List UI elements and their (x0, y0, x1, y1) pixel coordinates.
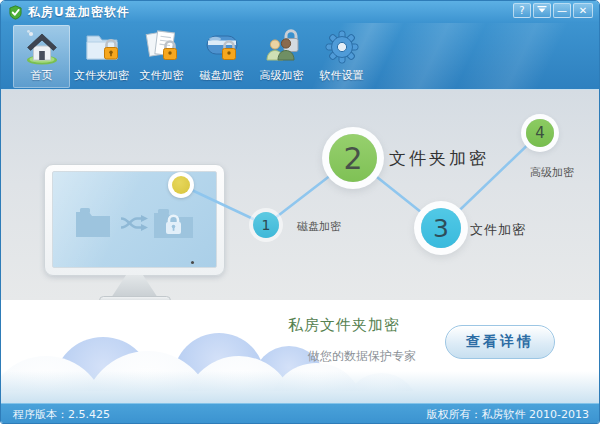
toolbar-item-settings[interactable]: 软件设置 (313, 25, 370, 88)
toolbar-item-file-encrypt[interactable]: 文件加密 (133, 25, 190, 88)
title-bar[interactable]: 私房U盘加密软件 ? — ✕ (1, 1, 600, 23)
file-lock-icon (143, 28, 181, 66)
people-lock-icon (263, 28, 301, 66)
shuffle-arrows-icon (120, 214, 150, 232)
main-toolbar: 首页 文件夹加密 (1, 23, 600, 89)
help-button[interactable]: ? (513, 3, 531, 18)
minimize-button[interactable]: — (553, 3, 571, 18)
toolbar-item-label: 高级加密 (260, 68, 304, 83)
skin-dropdown-icon (537, 5, 547, 14)
screen-dot (191, 261, 194, 264)
step-label-folder-encrypt: 文件夹加密 (389, 147, 489, 170)
status-bar: 程序版本：2.5.425 版权所有：私房软件 2010-2013 (1, 403, 600, 424)
toolbar-item-label: 文件加密 (140, 68, 184, 83)
toolbar-item-label: 磁盘加密 (200, 68, 244, 83)
step-circle-file-encrypt[interactable]: 3 (421, 208, 461, 248)
plain-folder-icon (74, 206, 112, 239)
step-circle-advanced-encrypt[interactable]: 4 (526, 119, 554, 147)
toolbar-item-advanced-encrypt[interactable]: 高级加密 (253, 25, 310, 88)
step-circle-disk-encrypt[interactable]: 1 (253, 212, 279, 238)
window-controls: ? — ✕ (513, 3, 593, 18)
toolbar-item-folder-encrypt[interactable]: 文件夹加密 (73, 25, 130, 88)
toolbar-item-home[interactable]: 首页 (13, 25, 70, 88)
step-circle-folder-encrypt[interactable]: 2 (329, 134, 377, 182)
home-icon (23, 28, 61, 66)
toolbar-item-label: 文件夹加密 (74, 68, 129, 83)
shield-logo-icon (8, 5, 23, 20)
program-version-text: 程序版本：2.5.425 (13, 407, 110, 422)
start-dot-inner (172, 176, 190, 194)
folder-lock-icon (83, 28, 121, 66)
disk-lock-icon (203, 28, 241, 66)
step-label-disk-encrypt: 磁盘加密 (297, 219, 341, 234)
skin-menu-button[interactable] (533, 3, 551, 18)
toolbar-item-disk-encrypt[interactable]: 磁盘加密 (193, 25, 250, 88)
view-details-button[interactable]: 查看详情 (445, 325, 555, 359)
promo-title: 私房文件夹加密 (288, 316, 400, 335)
promo-subtitle: 做您的数据保护专家 (308, 348, 416, 365)
close-button[interactable]: ✕ (573, 3, 593, 18)
app-window: 私房U盘加密软件 ? — ✕ (0, 0, 600, 424)
toolbar-item-label: 首页 (31, 68, 53, 83)
window-title: 私房U盘加密软件 (28, 4, 130, 21)
bottom-gradient-band (1, 371, 600, 403)
step-label-advanced-encrypt: 高级加密 (530, 165, 574, 180)
start-dot (168, 172, 194, 198)
locked-folder-icon (152, 205, 195, 240)
toolbar-items: 首页 文件夹加密 (13, 25, 370, 88)
step-label-file-encrypt: 文件加密 (470, 221, 526, 239)
settings-gear-icon (323, 28, 361, 66)
toolbar-item-label: 软件设置 (320, 68, 364, 83)
copyright-text: 版权所有：私房软件 2010-2013 (427, 407, 589, 422)
